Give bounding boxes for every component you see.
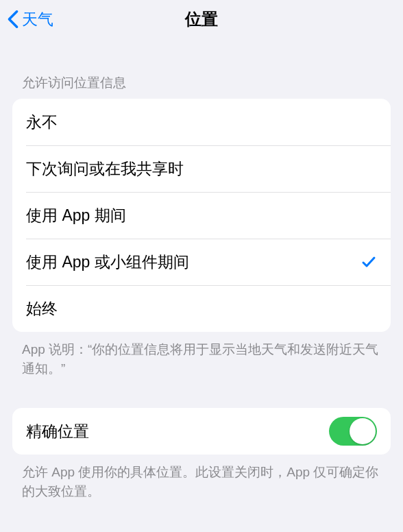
section-footer-app-explanation: App 说明：“你的位置信息将用于显示当地天气和发送附近天气通知。” xyxy=(0,332,403,378)
precise-location-row[interactable]: 精确位置 xyxy=(12,408,391,455)
precise-location-label: 精确位置 xyxy=(26,421,89,442)
option-label: 下次询问或在我共享时 xyxy=(26,158,184,180)
checkmark-icon xyxy=(361,254,377,270)
back-button[interactable]: 天气 xyxy=(5,6,55,33)
chevron-left-icon xyxy=(7,10,19,29)
option-label: 始终 xyxy=(26,298,58,319)
precise-location-toggle[interactable] xyxy=(329,417,377,446)
back-label: 天气 xyxy=(22,9,53,30)
option-never[interactable]: 永不 xyxy=(12,99,391,145)
option-ask-next-time[interactable]: 下次询问或在我共享时 xyxy=(12,145,391,192)
precise-location-group: 精确位置 xyxy=(12,408,391,455)
section-header-location-access: 允许访问位置信息 xyxy=(0,38,403,99)
toggle-knob xyxy=(350,418,376,444)
location-access-group: 永不 下次询问或在我共享时 使用 App 期间 使用 App 或小组件期间 始终 xyxy=(12,99,391,332)
option-always[interactable]: 始终 xyxy=(12,285,391,332)
option-while-using-or-widgets[interactable]: 使用 App 或小组件期间 xyxy=(12,239,391,285)
navigation-bar: 天气 位置 xyxy=(0,0,403,38)
section-footer-precise-explanation: 允许 App 使用你的具体位置。此设置关闭时，App 仅可确定你的大致位置。 xyxy=(0,455,403,500)
option-while-using[interactable]: 使用 App 期间 xyxy=(12,192,391,239)
option-label: 使用 App 期间 xyxy=(26,205,126,226)
page-title: 位置 xyxy=(185,8,218,30)
option-label: 永不 xyxy=(26,112,58,133)
option-label: 使用 App 或小组件期间 xyxy=(26,252,189,273)
